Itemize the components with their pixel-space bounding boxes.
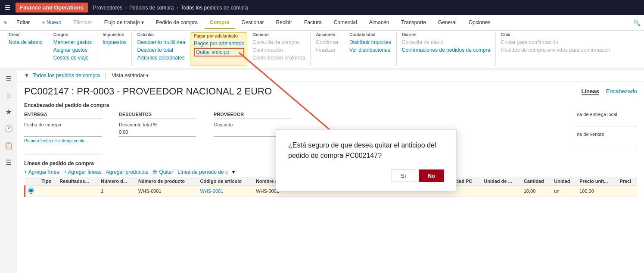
tab-eliminar[interactable]: Eliminar — [68, 17, 97, 29]
descuento-value[interactable]: 0,00 — [119, 129, 196, 137]
dialog-btn-si[interactable]: Sí — [392, 169, 415, 182]
th-numero-producto: Número de producto — [136, 177, 198, 186]
edit-icon: ✎ — [3, 20, 8, 26]
tab-comercial[interactable]: Comercial — [329, 17, 362, 29]
ribbon-group-pagar-items: Pagos por adelantado Quitar anticipo — [194, 40, 244, 56]
btn-linea-periodo[interactable]: Línea de período de c — [177, 169, 228, 175]
filter-bar: ▼ Todos los pedidos de compra | Vista es… — [17, 69, 644, 82]
btn-descuento-total[interactable]: Descuento total — [137, 47, 185, 53]
td-unidad: un — [551, 186, 577, 197]
td-cantidad: 10,00 — [521, 186, 552, 197]
breadcrumb-item-2[interactable]: Pedidos de compra — [129, 5, 174, 11]
top-nav: ☰ Finance and Operations Proveedores › P… — [0, 0, 644, 15]
btn-confirmacion-proforma: Confirmación proforma — [252, 54, 305, 61]
tab-compra[interactable]: Compra — [205, 17, 234, 29]
td-codigo: WHS-0001 — [197, 186, 253, 197]
td-numero-d: 1 — [98, 186, 136, 197]
link-encabezado[interactable]: Encabezado — [606, 88, 637, 95]
filter-icon[interactable]: ▼ — [24, 72, 29, 78]
tab-flujo[interactable]: Flujo de trabajo ▾ — [99, 17, 149, 29]
ribbon-group-cola-label: Cola — [501, 32, 510, 37]
ribbon-group-crear: Crear Nota de abono — [3, 32, 48, 66]
sidebar-list-icon[interactable]: ☰ — [4, 157, 13, 168]
ribbon-group-impuestos-items: Impuestos — [103, 39, 126, 46]
btn-agregar-linea[interactable]: + Agregar línea — [24, 169, 59, 175]
ribbon-group-cola-items: Enviar para confirmación Pedidos de comp… — [501, 39, 610, 53]
btn-consulta-diario: Consulta de diario — [402, 39, 490, 46]
sidebar-notes-icon[interactable]: 📋 — [3, 140, 15, 151]
page-title: PC002147 : PR-0003 - PROVEEDOR NACIONAL … — [24, 86, 272, 97]
breadcrumb-item-1[interactable]: Proveedores — [93, 5, 122, 11]
breadcrumb-sep-2: › — [177, 5, 178, 11]
td-preci — [617, 186, 637, 197]
sidebar-home-icon[interactable]: ⌂ — [5, 90, 12, 101]
btn-costes-viaje[interactable]: Costes de viaje — [53, 54, 92, 61]
search-icon[interactable]: 🔍 — [633, 19, 641, 26]
filter-view[interactable]: Vista estándar ▾ — [112, 72, 149, 78]
btn-enviar-confirmacion: Enviar para confirmación — [501, 39, 610, 46]
fecha-confirm-value[interactable] — [24, 147, 102, 154]
primera-fecha-note[interactable]: Primera fecha de entrega confir... — [24, 138, 102, 143]
btn-nota-abono[interactable]: Nota de abono — [9, 39, 43, 46]
ribbon-group-cargos-label: Cargos — [53, 32, 68, 37]
tab-factura[interactable]: Factura — [299, 17, 327, 29]
btn-pagos-adelantado[interactable]: Pagos por adelantado — [194, 40, 244, 47]
sidebar-menu-icon[interactable]: ☰ — [4, 73, 13, 85]
btn-pedidos-enviados: Pedidos de compra enviados para confirma… — [501, 47, 610, 53]
tab-opciones[interactable]: Opciones — [464, 17, 496, 29]
tab-transporte[interactable]: Transporte — [396, 17, 431, 29]
btn-articulos-adicionales[interactable]: Artículos adicionales — [137, 54, 185, 61]
link-lineas[interactable]: Líneas — [582, 88, 599, 95]
ribbon-group-calcular-label: Calcular — [137, 32, 154, 37]
na-ventas-value[interactable] — [577, 138, 637, 146]
na-entrega-value[interactable] — [577, 119, 637, 126]
field-group-right: na de entrega local na de ventas — [577, 112, 637, 146]
tab-editar[interactable]: Editar — [11, 17, 35, 29]
sidebar-clock-icon[interactable]: 🕐 — [3, 123, 15, 135]
btn-distribuir-importes[interactable]: Distribuir importes — [349, 39, 391, 46]
tab-nuevo[interactable]: + Nuevo — [37, 17, 66, 29]
app-title: Finance and Operations — [16, 3, 88, 13]
tab-general[interactable]: General — [433, 17, 462, 29]
tab-recibir[interactable]: Recibir — [271, 17, 297, 29]
dialog-buttons: Sí No — [288, 169, 444, 182]
page-title-bar: PC002147 : PR-0003 - PROVEEDOR NACIONAL … — [17, 82, 644, 99]
tab-pedido-compra[interactable]: Pedido de compra — [151, 17, 203, 29]
fecha-entrega-value[interactable] — [24, 129, 102, 137]
btn-impuestos[interactable]: Impuestos — [103, 39, 126, 46]
ribbon-group-crear-label: Crear — [9, 32, 20, 37]
th-tipo: Tipo — [39, 177, 57, 186]
tab-almacen[interactable]: Almacén — [364, 17, 395, 29]
sidebar: ☰ ⌂ ★ 🕐 📋 ☰ — [0, 69, 17, 273]
ribbon-group-acciones-items: Confirmar Finalizar — [316, 39, 339, 53]
page-title-actions: Líneas Encabezado — [582, 88, 637, 95]
td-unidad-de — [481, 186, 521, 197]
dialog-btn-no[interactable]: No — [419, 169, 444, 182]
th-codigo: Código de artículo — [197, 177, 253, 186]
btn-quitar-linea[interactable]: 🗑 Quitar — [152, 169, 173, 175]
ribbon-group-contabilidad-label: Contabilidad — [349, 32, 376, 37]
btn-agregar-productos[interactable]: Agregar productos — [106, 169, 148, 175]
ribbon-group-contabilidad-items: Distribuir importes Ver distribuciones — [349, 39, 391, 53]
td-numero-producto: WHS-0001 — [136, 186, 198, 197]
ribbon-tabs: ✎ Editar + Nuevo Eliminar Flujo de traba… — [0, 15, 644, 31]
sidebar-star-icon[interactable]: ★ — [4, 106, 13, 118]
na-entrega-label: na de entrega local — [577, 112, 637, 117]
hamburger-icon[interactable]: ☰ — [4, 3, 10, 12]
btn-asignar-gastos[interactable]: Asignar gastos — [53, 47, 92, 53]
btn-quitar-anticipo[interactable]: Quitar anticipo — [194, 48, 244, 56]
td-precio-unit: 100,00 — [577, 186, 617, 197]
ribbon-group-crear-items: Nota de abono — [9, 39, 43, 46]
btn-agregar-lineas[interactable]: + Agregar líneas — [64, 169, 102, 175]
btn-ver-distribuciones[interactable]: Ver distribuciones — [349, 47, 391, 53]
tab-gestionar[interactable]: Gestionar — [236, 17, 269, 29]
td-radio[interactable] — [25, 186, 39, 197]
field-group-descuentos: DESCUENTOS Descuento total % 0,00 — [119, 112, 196, 137]
btn-confirmaciones-pedidos[interactable]: Confirmaciones de pedidos de compra — [402, 47, 490, 53]
btn-descuento-multilinea[interactable]: Descuento multilinea — [137, 39, 185, 46]
entrega-title: ENTREGA — [24, 112, 102, 119]
ribbon-content: Crear Nota de abono Cargos Mantener gast… — [0, 31, 644, 69]
filter-breadcrumb[interactable]: Todos los pedidos de compra — [33, 72, 100, 78]
btn-mantener-gastos[interactable]: Mantener gastos — [53, 39, 92, 46]
th-cantidad: Cantidad — [521, 177, 552, 186]
